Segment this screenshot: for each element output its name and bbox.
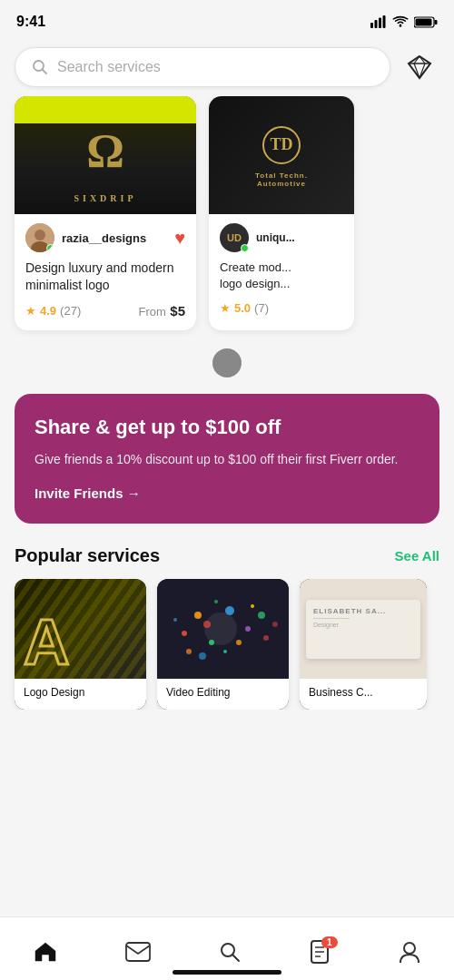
svg-point-24 [194,612,202,619]
svg-point-36 [199,652,206,660]
carousel-indicator [0,345,454,394]
promo-description: Give friends a 10% discount up to $100 o… [35,450,419,469]
carousel-dot [212,348,242,377]
svg-point-28 [203,621,211,628]
popular-card-image-3: ELISABETH SA... Designer [300,579,427,679]
status-icons [370,15,438,28]
svg-point-30 [258,612,265,619]
service-cards-scroll: Ω SIXDRIP [0,96,454,345]
bc-name: ELISABETH SA... [313,607,413,615]
popular-card-3[interactable]: ELISABETH SA... Designer Business C... [300,579,427,710]
svg-rect-3 [383,15,386,28]
avatar-ud: UD [220,223,249,252]
battery-icon [414,16,438,28]
card-author: razia__designs [25,223,146,252]
svg-point-38 [214,600,218,603]
search-placeholder: Search services [57,59,161,75]
home-icon [34,941,57,963]
see-all-button[interactable]: See All [395,548,439,564]
card-author-2: UD uniqu... [220,223,295,252]
popular-card-title-2: Video Editing [166,686,280,701]
svg-point-46 [404,943,415,954]
home-indicator-bar [0,966,454,980]
tech-logo-label: Total Techn.Automotive [255,172,308,188]
card-body-2: UD uniqu... Create mod...logo design... … [209,214,354,326]
svg-point-31 [186,649,192,654]
service-card-2[interactable]: TD Total Techn.Automotive UD uniqu... Cr… [209,96,354,330]
price-amount: $5 [170,303,185,318]
rating: ★ 4.9 (27) [25,304,81,318]
popular-card-2[interactable]: Video Editing [157,579,289,710]
author-name-2: uniqu... [256,231,295,244]
card-author-row: razia__designs ♥ [25,223,185,252]
card-image-tech: TD Total Techn.Automotive [209,96,354,214]
svg-rect-39 [126,943,150,961]
card-footer-2: ★ 5.0 (7) [220,301,343,315]
status-time: 9:41 [16,14,45,30]
diamond-button[interactable] [400,47,439,87]
profile-icon [399,940,420,964]
svg-text:Ω: Ω [86,125,124,177]
svg-point-26 [225,606,234,615]
star-icon: ★ [25,304,36,318]
card-title: Design luxury and modern minimalist logo [25,260,185,294]
nav-item-profile[interactable] [386,936,433,971]
price: From $5 [139,303,185,319]
card-title-2: Create mod...logo design... [220,260,343,292]
business-card-mock: ELISABETH SA... Designer [306,600,420,659]
card-image-sixdrip: Ω SIXDRIP [15,96,196,214]
search-bar[interactable]: Search services [15,47,390,87]
promo-banner: Share & get up to $100 off Give friends … [15,394,439,524]
home-indicator [173,970,281,975]
popular-card-image-2 [157,579,289,679]
search-bar-container: Search services [0,40,454,96]
svg-point-22 [204,612,237,645]
status-bar: 9:41 [0,0,454,40]
popular-cards-scroll: A Logo Design [0,579,454,710]
nav-item-messages[interactable] [113,938,163,969]
svg-point-34 [173,618,177,622]
wifi-icon [392,15,409,28]
scatter-visualization [157,579,289,679]
nav-item-search[interactable] [206,937,253,970]
rating-value-2: 5.0 [234,301,251,315]
tech-emblem: TD [259,122,304,168]
avatar-razia [25,223,54,252]
nav-item-orders[interactable]: 1 [296,936,343,971]
rating-count: (27) [60,304,81,318]
heart-button[interactable]: ♥ [174,228,185,249]
svg-text:TD: TD [270,135,292,153]
search-icon-nav [219,941,241,963]
svg-rect-6 [416,18,432,25]
orders-badge: 1 [321,936,338,948]
online-dot-2 [241,244,249,252]
svg-rect-0 [370,23,373,28]
signal-icon [370,15,387,28]
rating-2: ★ 5.0 (7) [220,301,269,315]
popular-card-label-3: Business C... [300,679,427,710]
svg-point-25 [209,640,214,645]
svg-point-23 [182,631,187,636]
svg-point-18 [35,230,45,240]
rating-count-2: (7) [254,301,269,315]
nav-item-home[interactable] [21,937,70,970]
svg-point-27 [245,626,251,632]
promo-title: Share & get up to $100 off [35,416,419,439]
svg-marker-10 [409,56,430,78]
price-from: From [139,305,166,318]
svg-point-32 [223,650,227,653]
svg-point-37 [272,622,278,627]
popular-card-1[interactable]: A Logo Design [15,579,146,710]
card-author-row-2: UD uniqu... [220,223,343,252]
star-icon-2: ★ [220,301,231,315]
popular-card-title-3: Business C... [309,686,418,701]
svg-point-33 [263,635,269,641]
mail-icon [125,942,151,962]
popular-card-image-1: A [15,579,146,679]
card-footer: ★ 4.9 (27) From $5 [25,303,185,319]
service-card[interactable]: Ω SIXDRIP [15,96,196,330]
svg-rect-7 [435,20,438,24]
invite-friends-link[interactable]: Invite Friends → [35,485,141,501]
popular-card-title-1: Logo Design [24,686,137,701]
author-name: razia__designs [62,231,146,245]
